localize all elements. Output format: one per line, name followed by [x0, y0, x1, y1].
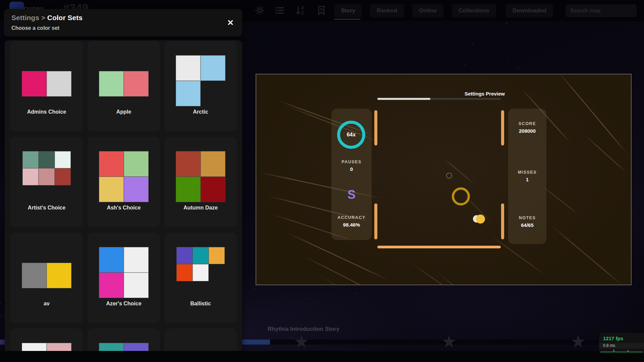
color-swatch [124, 247, 149, 273]
health-bracket-bottom-left [374, 203, 377, 239]
color-swatch [55, 168, 71, 185]
preview-progress-track [377, 98, 501, 100]
note-streak [558, 74, 630, 157]
color-swatch-grid [99, 247, 149, 298]
breadcrumb-separator: > [41, 14, 45, 21]
note-streak [410, 262, 482, 285]
modal-subtitle: Choose a color set [11, 25, 59, 31]
color-set-name: Ballistic [164, 301, 237, 307]
color-set-card-admins-choice[interactable]: Admins Choice [10, 41, 83, 131]
combo-ring: 64x [337, 121, 365, 149]
color-set-card-ash-s-choice[interactable]: Ash's Choice [88, 137, 160, 227]
note-streak [585, 135, 628, 174]
accuracy-label: ACCURACY [331, 215, 372, 220]
preview-progress-fill [377, 98, 430, 100]
color-swatch-grid [176, 151, 225, 202]
score-value: 208000 [508, 128, 546, 134]
color-swatch [209, 247, 225, 264]
color-swatch [176, 247, 193, 264]
right-stats-panel: SCORE 208000 MISSES 1 NOTES 64/65 [508, 109, 546, 244]
score-label: SCORE [508, 121, 546, 126]
pauses-value: 0 [331, 166, 372, 172]
color-swatch [99, 177, 124, 202]
color-swatch [176, 81, 201, 106]
left-stats-panel: 64x PAUSES 0 S ACCURACY 98.46% [331, 109, 372, 240]
close-icon[interactable]: ✕ [224, 16, 237, 29]
color-swatch [99, 247, 124, 273]
color-swatch [193, 247, 209, 264]
fps-value: 1217 fps [603, 336, 623, 341]
color-swatch [47, 71, 71, 97]
note-icon [476, 215, 485, 224]
misses-value: 1 [508, 177, 546, 182]
color-set-card[interactable] [88, 328, 160, 353]
notes-value: 64/65 [508, 222, 546, 228]
color-swatch [22, 151, 39, 168]
color-sets-list: Admins ChoiceAppleArcticArtist's ChoiceA… [5, 40, 242, 353]
fps-counter: 1217 fps 0.8 ms [599, 333, 644, 354]
color-swatch [99, 71, 124, 97]
color-set-card-arctic[interactable]: Arctic [164, 41, 237, 131]
note-streak [551, 225, 624, 285]
accuracy-value: 98.46% [331, 222, 372, 228]
color-swatch [193, 264, 209, 281]
color-set-card-ballistic[interactable]: Ballistic [164, 233, 237, 323]
color-set-card-artist-s-choice[interactable]: Artist's Choice [10, 137, 83, 227]
color-swatch-grid [99, 71, 149, 97]
hit-bar [377, 246, 501, 248]
color-set-card[interactable] [164, 328, 237, 353]
notes-label: NOTES [508, 216, 546, 220]
preview-title: Settings Preview [377, 91, 592, 97]
bottom-black-bar [0, 351, 644, 362]
approach-ring-icon [446, 173, 452, 179]
color-swatch [176, 151, 201, 177]
color-swatch-grid [176, 55, 225, 106]
fps-sparkline [600, 349, 643, 353]
frame-time-value: 0.8 ms [603, 343, 615, 348]
color-swatch [22, 71, 47, 97]
breadcrumb: Settings > Color Sets [11, 14, 83, 22]
breadcrumb-color-sets: Color Sets [47, 14, 83, 21]
breadcrumb-settings[interactable]: Settings [11, 14, 39, 21]
color-swatch [201, 177, 225, 202]
color-set-name: Autumn Daze [164, 205, 237, 211]
note-streak [444, 158, 475, 185]
color-swatch [124, 71, 149, 97]
color-swatch [176, 55, 201, 81]
color-set-card-apple[interactable]: Apple [88, 41, 160, 131]
note-streak [541, 185, 579, 215]
color-swatch [22, 263, 47, 288]
color-swatch [124, 151, 149, 177]
modal-header: Settings > Color Sets Choose a color set… [4, 9, 242, 37]
color-set-name: Apple [88, 109, 160, 115]
color-swatch [176, 177, 201, 202]
health-bracket-top-left [374, 110, 377, 145]
cursor-ring-icon [452, 187, 470, 205]
color-set-name: Azer's Choice [88, 301, 160, 307]
color-set-card-azer-s-choice[interactable]: Azer's Choice [88, 233, 160, 323]
color-swatch-grid [22, 151, 71, 185]
color-swatch [55, 151, 71, 168]
health-bracket-bottom-right [501, 203, 504, 239]
color-swatch-grid [176, 247, 225, 281]
color-swatch [39, 151, 55, 168]
color-swatch [22, 168, 39, 185]
color-swatch [124, 273, 149, 298]
color-set-card-autumn-daze[interactable]: Autumn Daze [164, 137, 237, 227]
frame-time-row: 0.8 ms [599, 343, 644, 349]
color-set-name: Admins Choice [10, 109, 83, 115]
color-swatch [99, 273, 124, 298]
color-swatch-grid [99, 151, 149, 202]
color-swatch [201, 55, 225, 81]
note-streak [303, 255, 399, 285]
color-set-name: Artist's Choice [10, 205, 83, 211]
color-swatch-grid [22, 263, 71, 288]
color-swatch [124, 177, 149, 202]
settings-preview-panel: Settings Preview 64x PAUSES 0 S ACCURACY… [256, 74, 632, 285]
rank-letter: S [331, 188, 372, 202]
color-set-card[interactable] [10, 328, 83, 353]
health-bracket-top-right [501, 110, 504, 145]
app-window: cuney #349 A Z StoryRankedOnlineColle [0, 0, 644, 362]
color-swatch [99, 151, 124, 177]
color-set-card-av[interactable]: av [10, 233, 83, 323]
